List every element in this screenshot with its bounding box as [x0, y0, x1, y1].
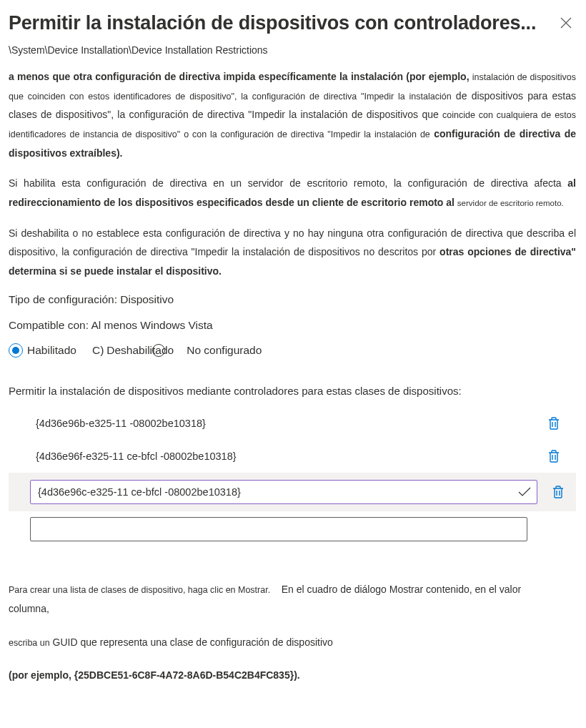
footer-help: Para crear una lista de clases de dispos… [9, 580, 576, 685]
delete-button[interactable] [545, 447, 563, 466]
delete-button[interactable] [549, 483, 567, 501]
close-icon [560, 17, 572, 29]
list-item-new [9, 511, 576, 547]
radio-circle-icon [9, 343, 23, 358]
radio-label-prefix: C) [92, 344, 104, 357]
footer-text: Para crear una lista de clases de dispos… [9, 585, 270, 595]
device-class-input[interactable]: {4d36e96c-e325-11 ce-bfcl -08002be10318} [30, 480, 537, 504]
breadcrumb: \System\Device Installation\Device Insta… [9, 44, 576, 56]
radio-label: No configurado [187, 344, 262, 357]
desc-text: a menos que otra configuración de direct… [9, 71, 470, 82]
list-item-value: {4d36e96b-e325-11 -08002be10318} [36, 418, 537, 429]
radio-label: Habilitado [27, 344, 76, 357]
list-item-editing: {4d36e96c-e325-11 ce-bfcl -08002be10318} [9, 473, 576, 511]
device-class-new-input[interactable] [30, 517, 527, 541]
list-label: Permitir la instalación de dispositivos … [9, 385, 576, 397]
close-button[interactable] [556, 13, 576, 33]
config-type: Tipo de configuración: Dispositivo [9, 293, 576, 306]
confirm-button[interactable] [515, 482, 535, 502]
desc-text: servidor de escritorio remoto. [457, 199, 564, 207]
compatible-with: Compatible con: Al menos Windows Vista [9, 319, 576, 332]
list-item: {4d36e96b-e325-11 -08002be10318} [9, 407, 576, 440]
footer-text: (por ejemplo, {25DBCE51-6C8F-4A72-8A6D-B… [9, 666, 576, 685]
check-icon [518, 487, 531, 497]
footer-text: escriba un [9, 638, 50, 648]
delete-button[interactable] [545, 414, 563, 433]
radio-enabled[interactable]: Habilitado [9, 343, 76, 358]
desc-text: Si habilita esta configuración de direct… [9, 177, 562, 189]
radio-not-configured[interactable]: No configurado [187, 344, 262, 357]
trash-icon [547, 416, 560, 431]
footer-text: En el cuadro de diálogo Mostrar contenid… [282, 584, 521, 595]
trash-icon [547, 449, 560, 463]
list-item: {4d36e96f-e325-11 ce-bfcl -08002be10318} [9, 440, 576, 473]
trash-icon [552, 485, 565, 499]
policy-description: a menos que otra configuración de direct… [9, 67, 576, 281]
radio-disabled[interactable]: C) Deshabilitado [92, 344, 165, 357]
list-item-value: {4d36e96f-e325-11 ce-bfcl -08002be10318} [36, 451, 537, 462]
device-class-list: {4d36e96b-e325-11 -08002be10318} {4d36e9… [9, 407, 576, 547]
footer-text: GUID que representa una clase de configu… [53, 636, 333, 648]
page-title: Permitir la instalación de dispositivos … [9, 11, 550, 36]
setting-radio-group: Habilitado C) Deshabilitado No configura… [9, 343, 576, 358]
input-value: {4d36e96c-e325-11 ce-bfcl -08002be10318} [38, 486, 241, 498]
footer-text: columna, [9, 603, 49, 614]
